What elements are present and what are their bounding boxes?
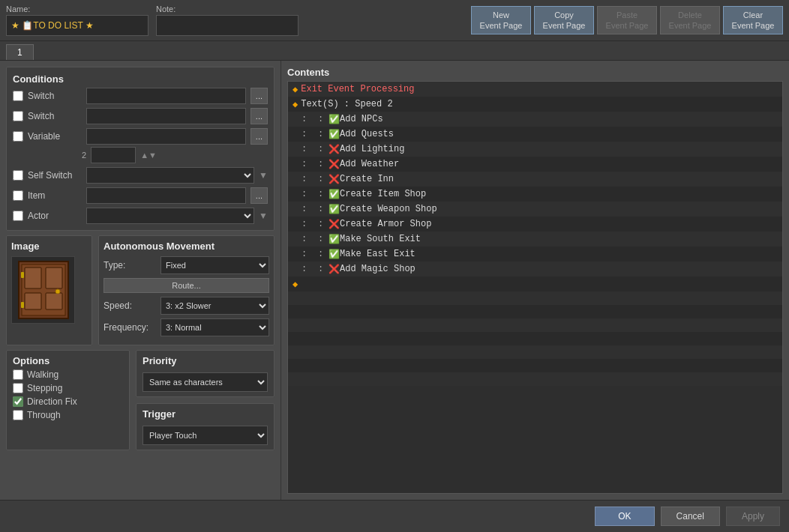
switch1-row: Switch ... — [13, 88, 268, 104]
list-item[interactable]: : : ❌ Add Magic Shop — [288, 262, 782, 276]
actor-select[interactable] — [86, 208, 254, 224]
delete-event-page-button[interactable]: DeleteEvent Page — [660, 6, 720, 35]
list-item[interactable]: : : ❌ Create Inn — [288, 172, 782, 187]
route-button[interactable]: Route... — [104, 278, 269, 293]
copy-event-page-button[interactable]: CopyEvent Page — [534, 6, 594, 35]
movement-speed-select[interactable]: 1: x8 Slower 2: x4 Slower 3: x2 Slower 4… — [160, 297, 269, 315]
empty-line — [288, 305, 782, 318]
svg-rect-5 — [46, 293, 62, 309]
list-item[interactable]: : : ✅ Make South Exit — [288, 232, 782, 247]
list-item[interactable]: : : ❌ Add Lighting — [288, 142, 782, 157]
check-icon: ✅ — [328, 204, 340, 215]
variable-input[interactable] — [86, 128, 246, 145]
switch2-label: Switch — [28, 111, 82, 121]
list-item[interactable]: ◆ — [288, 276, 782, 291]
clear-event-page-button[interactable]: ClearEvent Page — [723, 6, 783, 35]
list-item[interactable]: ◆ Text(S) : Speed 2 — [288, 97, 782, 112]
variable-value-row: 2 ▲▼ — [13, 147, 268, 163]
item-row: Item ... — [13, 187, 268, 204]
note-input[interactable] — [156, 15, 298, 36]
item-text: Create Weapon Shop — [340, 204, 437, 214]
cancel-button[interactable]: Cancel — [661, 507, 720, 526]
movement-type-label: Type: — [104, 260, 156, 270]
direction-fix-checkbox[interactable] — [13, 396, 23, 407]
ok-button[interactable]: OK — [595, 507, 654, 526]
svg-rect-2 — [25, 267, 41, 288]
trigger-select[interactable]: Action Button Player Touch Event Touch A… — [142, 426, 268, 445]
switch2-checkbox[interactable] — [13, 111, 23, 121]
name-label: Name: — [6, 4, 148, 13]
variable-btn[interactable]: ... — [250, 128, 268, 145]
x-icon: ❌ — [328, 144, 340, 155]
new-event-page-button[interactable]: NewEvent Page — [471, 6, 531, 35]
variable-value-input[interactable] — [91, 147, 136, 163]
list-item[interactable]: ◆ Exit Event Processing — [288, 82, 782, 97]
options-box: Options Walking Stepping Direction Fix — [6, 350, 130, 450]
priority-select[interactable]: Below characters Same as characters Abov… — [142, 372, 268, 392]
item-btn[interactable]: ... — [250, 187, 268, 204]
movement-speed-row: Speed: 1: x8 Slower 2: x4 Slower 3: x2 S… — [104, 297, 269, 315]
note-label: Note: — [156, 4, 298, 13]
item-text: Add NPCs — [340, 114, 383, 124]
tab-1[interactable]: 1 — [6, 44, 34, 60]
item-text: Make South Exit — [340, 234, 421, 244]
stepping-checkbox[interactable] — [13, 383, 23, 393]
variable-label: Variable — [28, 131, 82, 142]
direction-fix-option-row: Direction Fix — [13, 396, 123, 407]
image-title: Image — [11, 241, 87, 252]
door-image — [17, 260, 70, 320]
list-item[interactable]: : : ✅ Make East Exit — [288, 247, 782, 262]
paste-event-page-button[interactable]: PasteEvent Page — [597, 6, 657, 35]
walking-checkbox[interactable] — [13, 369, 23, 380]
walking-option-row: Walking — [13, 369, 123, 380]
movement-speed-label: Speed: — [104, 300, 156, 311]
list-item[interactable]: : : ❌ Create Armor Shop — [288, 217, 782, 232]
apply-button[interactable]: Apply — [726, 507, 780, 526]
switch1-checkbox[interactable] — [13, 91, 23, 101]
through-option-row: Through — [13, 410, 123, 420]
list-item[interactable]: : : ❌ Add Weather — [288, 157, 782, 172]
check-icon: ✅ — [328, 129, 340, 140]
svg-rect-8 — [21, 302, 24, 308]
actor-checkbox[interactable] — [13, 211, 23, 221]
variable-row: Variable ... — [13, 128, 268, 145]
trigger-box: Trigger Action Button Player Touch Event… — [136, 403, 274, 450]
priority-title: Priority — [142, 355, 268, 366]
through-checkbox[interactable] — [13, 410, 23, 420]
contents-box[interactable]: ◆ Exit Event Processing ◆ Text(S) : Spee… — [287, 81, 783, 494]
list-item[interactable]: : : ✅ Create Item Shop — [288, 187, 782, 202]
text-command: Text(S) : Speed 2 — [301, 99, 392, 109]
list-item[interactable]: : : ✅ Add Quests — [288, 127, 782, 142]
content-area: Conditions Switch ... Switch ... Variabl… — [0, 60, 789, 500]
item-text: Create Inn — [340, 174, 394, 184]
item-text: Add Weather — [340, 159, 399, 169]
top-bar: Name: Note: NewEvent Page CopyEvent Page… — [0, 0, 789, 41]
item-text: Create Item Shop — [340, 189, 426, 199]
item-input[interactable] — [86, 187, 246, 204]
svg-point-6 — [56, 289, 60, 294]
item-checkbox[interactable] — [13, 190, 23, 201]
self-switch-select[interactable]: ABCD — [86, 167, 254, 184]
image-preview[interactable] — [11, 256, 75, 324]
list-item[interactable]: : : ✅ Add NPCs — [288, 112, 782, 127]
switch2-input[interactable] — [86, 108, 246, 124]
variable-checkbox[interactable] — [13, 131, 23, 142]
list-item[interactable]: : : ✅ Create Weapon Shop — [288, 202, 782, 217]
switch2-btn[interactable]: ... — [250, 108, 268, 124]
self-switch-checkbox[interactable] — [13, 170, 23, 181]
stepping-option-row: Stepping — [13, 383, 123, 393]
switch1-btn[interactable]: ... — [250, 88, 268, 104]
name-input[interactable] — [6, 15, 148, 36]
page-buttons: NewEvent Page CopyEvent Page PasteEvent … — [471, 6, 783, 35]
movement-type-row: Type: Fixed Random Approach Custom — [104, 256, 269, 274]
movement-type-select[interactable]: Fixed Random Approach Custom — [160, 256, 269, 274]
diamond-icon: ◆ — [292, 99, 298, 110]
movement-frequency-select[interactable]: 1: Lowest 2: Lower 3: Normal 4: Higher 5… — [160, 318, 269, 336]
direction-fix-label: Direction Fix — [27, 396, 77, 407]
exit-event-processing-link[interactable]: Exit Event Processing — [301, 84, 414, 94]
item-text: Make East Exit — [340, 249, 416, 259]
diamond-icon: ◆ — [292, 84, 298, 95]
check-icon: ✅ — [328, 234, 340, 245]
switch1-input[interactable] — [86, 88, 246, 104]
x-icon: ❌ — [328, 159, 340, 170]
